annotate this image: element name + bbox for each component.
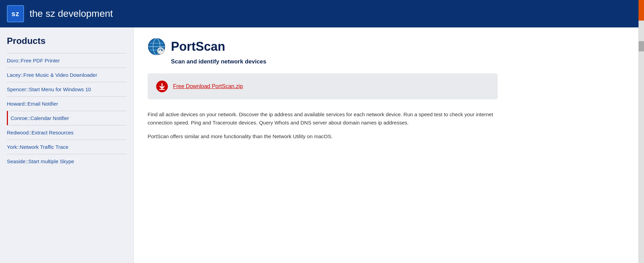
logo-box: sz — [7, 5, 24, 22]
sidebar-item-conroe[interactable]: Conroe::Calendar Notifier — [7, 111, 127, 125]
logo-text: sz — [11, 10, 19, 18]
sidebar-item-spencer[interactable]: Spencer::Start Menu for Windows 10 — [7, 82, 127, 96]
description-paragraph-1: Find all active devices on your network.… — [148, 110, 498, 127]
svg-point-5 — [157, 47, 164, 54]
main-layout: Products Doro::Free PDF PrinterLacey::Fr… — [0, 27, 644, 263]
sidebar-item-york[interactable]: York::Network Traffic Trace — [7, 140, 127, 154]
sidebar-items-container: Doro::Free PDF PrinterLacey::Free Music … — [7, 53, 127, 168]
sidebar-item-lacey[interactable]: Lacey::Free Music & Video Downloader — [7, 68, 127, 82]
site-title: the sz development — [30, 8, 113, 19]
download-box: Free Download PortScan.zip — [148, 73, 498, 99]
scrollbar-thumb-top — [639, 0, 644, 21]
scrollbar-thumb-mid[interactable] — [639, 41, 644, 51]
sidebar-heading: Products — [7, 36, 127, 46]
main-content: PortScan Scan and identify network devic… — [134, 27, 644, 263]
sidebar-item-redwood[interactable]: Redwood::Extract Resources — [7, 125, 127, 140]
product-title: PortScan — [171, 39, 225, 54]
download-icon — [156, 80, 168, 93]
description-paragraph-2: PortScan offers similar and more functio… — [148, 132, 498, 141]
sidebar: Products Doro::Free PDF PrinterLacey::Fr… — [0, 27, 134, 263]
product-subtitle: Scan and identify network devices — [171, 58, 630, 65]
sidebar-item-doro[interactable]: Doro::Free PDF Printer — [7, 53, 127, 68]
sidebar-item-seaside[interactable]: Seaside::Start multiple Skype — [7, 154, 127, 168]
site-header: sz the sz development — [0, 0, 644, 27]
product-icon — [148, 38, 165, 56]
product-header: PortScan — [148, 38, 630, 56]
description-block: Find all active devices on your network.… — [148, 110, 498, 141]
scrollbar[interactable] — [639, 0, 644, 263]
sidebar-item-howard[interactable]: Howard::Email Notifier — [7, 96, 127, 111]
download-link[interactable]: Free Download PortScan.zip — [173, 83, 243, 89]
